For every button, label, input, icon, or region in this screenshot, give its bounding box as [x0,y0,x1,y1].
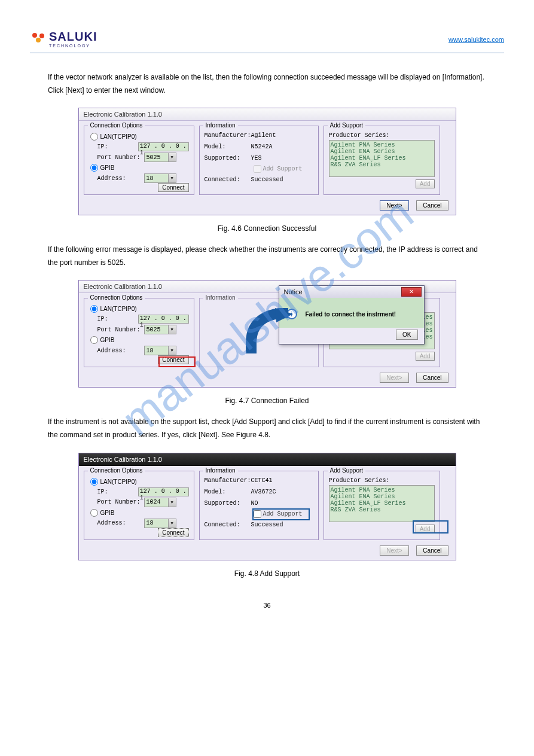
intro-para-2: If the following error message is displa… [48,243,486,269]
connected-value: Successed [251,176,283,183]
chevron-down-icon: ▼ [168,346,176,355]
page-header: SALUKI TECHNOLOGY [30,30,504,53]
ok-button[interactable]: OK [396,330,417,340]
figure-caption-1: Fig. 4.6 Connection Successful [30,224,504,233]
supported-value: YES [251,155,262,161]
saluki-logo-icon [30,31,47,47]
highlight-connect-red [158,356,196,367]
addr-combo-2[interactable]: 18 ▼ [144,346,176,355]
intro-para-1: If the vector network analyzer is availa… [48,71,486,97]
dialog-3: Electronic Calibration 1.1.0 Connection … [78,453,456,560]
supported-value-3: NO [251,500,258,507]
connected-value-3: Successed [251,522,283,528]
radio-lan-2[interactable]: LAN(TCPIP0) [89,305,189,313]
radio-gpib-3[interactable]: GPIB [89,509,189,517]
port-label: Port Number: [97,154,144,161]
connection-options-group-3: Connection Options LAN(TCPIP0) IP: 127 .… [84,471,194,540]
chevron-down-icon: ▼ [168,153,176,161]
next-button-3: Next> [380,545,408,556]
chevron-down-icon: ▼ [168,519,176,528]
chevron-down-icon: ▼ [168,498,176,507]
notice-title: Notice [284,288,303,295]
radio-lan-3[interactable]: LAN(TCPIP0) [89,478,189,486]
figure-caption-2: Fig. 4.7 Connection Failed [30,397,504,405]
series-listbox[interactable]: Agilent PNA Series Agilent ENA Series Ag… [329,140,435,177]
page-number: 36 [30,602,504,609]
add-button[interactable]: Add [416,179,435,188]
cancel-button[interactable]: Cancel [416,200,448,211]
connect-button[interactable]: Connect [158,183,188,192]
chevron-down-icon: ▼ [168,174,176,182]
brand-subtitle: TECHNOLOGY [49,44,97,48]
ip-input[interactable]: 127 . 0 . 0 . 1 [138,142,189,151]
add-support-checkbox [254,165,261,173]
cancel-button-2[interactable]: Cancel [416,373,448,383]
series-label: Productor Series: [329,132,435,139]
mfr-value: Agilent [251,132,276,139]
ip-input-3[interactable]: 127 . 0 . 0 . 1 [138,487,189,496]
ip-label: IP: [97,144,138,150]
notice-message: Failed to connect the instrment! [306,311,396,318]
connect-button-3[interactable]: Connect [158,528,188,537]
add-support-group: Add Support Productor Series: Agilent PN… [324,126,440,195]
brand-logo: SALUKI TECHNOLOGY [30,30,97,48]
dialog-1: Electronic Calibration 1.1.0 Connection … [78,108,456,215]
information-group-3: Information Manufacturer:CETC41 Model:AV… [199,471,319,540]
dialog-footer-2: Next> Cancel [79,372,456,387]
brand-name: SALUKI [49,30,97,43]
cancel-button-3[interactable]: Cancel [416,545,448,556]
information-group: Information Manufacturer:Agilent Model:N… [199,126,319,195]
ip-input-2[interactable]: 127 . 0 . 0 . 1 [138,315,189,324]
svg-point-1 [36,38,41,42]
dialog-1-title: Electronic Calibration 1.1.0 [79,108,456,121]
header-url[interactable]: www.salukitec.com [448,36,504,43]
figure-caption-3: Fig. 4.8 Add Support [30,569,504,578]
radio-gpib-2[interactable]: GPIB [89,336,189,344]
add-button-2[interactable]: Add [416,352,435,361]
highlight-addsupport-blue [252,508,310,520]
intro-para-3: If the instrument is not available on th… [48,416,486,441]
radio-gpib[interactable]: GPIB [89,164,189,172]
model-value-3: AV3672C [251,489,276,495]
notice-dialog: Notice ✕ i Failed to connect the instrme… [279,285,425,345]
connection-options-group: Connection Options LAN(TCPIP0) IP: 127 .… [84,126,194,195]
highlight-add-blue [413,520,448,534]
close-icon[interactable]: ✕ [401,287,422,297]
arrow-icon [245,308,293,359]
dialog-footer: Next> Cancel [79,200,456,215]
radio-gpib-input[interactable] [90,164,98,172]
info-legend: Information [203,122,238,129]
dialog-3-title: Electronic Calibration 1.1.0 [79,453,456,466]
support-legend: Add Support [328,122,366,129]
next-button[interactable]: Next> [380,200,408,211]
conn-legend: Connection Options [88,122,145,129]
port-combo-2[interactable]: 5025 ▼ [144,325,176,334]
radio-lan[interactable]: LAN(TCPIP0) [89,133,189,141]
dialog-footer-3: Next> Cancel [79,545,456,560]
model-value: N5242A [251,144,273,150]
svg-point-0 [32,33,37,38]
series-listbox-3[interactable]: Agilent PNA Series Agilent ENA Series Ag… [329,485,435,522]
radio-lan-input[interactable] [90,133,98,141]
mfr-value-3: CETC41 [251,477,273,484]
chevron-down-icon: ▼ [168,325,176,334]
next-button-2: Next> [380,373,408,383]
dialog-2: Electronic Calibration 1.1.0 Connection … [78,280,456,388]
port-combo-3[interactable]: 1024 ▼ [144,498,176,507]
svg-point-2 [39,33,44,38]
addr-label: Address: [97,175,144,182]
port-combo[interactable]: 5025 ▼ [144,153,176,162]
addr-combo-3[interactable]: 18 ▼ [144,519,176,528]
addr-combo[interactable]: 18 ▼ [144,173,176,183]
